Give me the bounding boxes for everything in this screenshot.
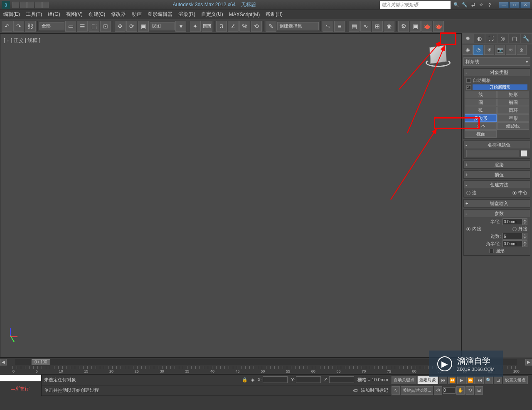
- align-button[interactable]: ≡: [334, 21, 345, 32]
- key-mode-icon[interactable]: ∿: [392, 386, 400, 395]
- create-tab[interactable]: ✹: [462, 33, 473, 44]
- menu-rendering[interactable]: 渲染(R): [178, 11, 195, 18]
- render-button[interactable]: 🫖: [421, 21, 432, 32]
- exchange-icon[interactable]: ⇄: [470, 2, 476, 8]
- selection-filter-dropdown[interactable]: 全部: [39, 22, 64, 30]
- goto-start-button[interactable]: ⏮: [439, 376, 447, 384]
- inscribed-radio[interactable]: [466, 227, 470, 231]
- modify-tab[interactable]: ◐: [473, 33, 485, 44]
- timeline-prev-button[interactable]: ◀: [0, 359, 7, 366]
- corner-radius-spinner[interactable]: ▲▼: [502, 240, 527, 247]
- spacewarps-subtab[interactable]: ※: [517, 45, 527, 55]
- render-production-button[interactable]: 🫖: [433, 21, 444, 32]
- scale-button[interactable]: ▣: [138, 21, 149, 32]
- select-button[interactable]: ▭: [65, 21, 76, 32]
- save-icon[interactable]: [27, 2, 34, 8]
- helpers-subtab[interactable]: ≋: [506, 45, 516, 55]
- menu-help[interactable]: 帮助(H): [266, 11, 283, 18]
- set-key-button[interactable]: 设置关键点: [503, 376, 528, 384]
- geometry-subtab[interactable]: ◉: [463, 45, 473, 55]
- rollout-header[interactable]: -参数: [464, 210, 530, 217]
- key-filters-button[interactable]: 关键点过滤器...: [401, 386, 433, 395]
- goto-end-button[interactable]: ⏭: [475, 376, 484, 384]
- spinner-snap-button[interactable]: ⟲: [251, 21, 262, 32]
- pivot-button[interactable]: ▾: [175, 21, 186, 32]
- select-region-button[interactable]: ⬚: [89, 21, 99, 32]
- y-coord-input[interactable]: [296, 376, 321, 383]
- radius-spinner[interactable]: ▲▼: [502, 218, 527, 225]
- lock-icon[interactable]: 🔒: [242, 377, 248, 383]
- viewport-label[interactable]: [ + ] 正交 | 线框 ]: [4, 37, 40, 44]
- keyboard-shortcut-button[interactable]: ⌨: [202, 21, 212, 32]
- text-button[interactable]: 文本: [465, 122, 497, 130]
- close-button[interactable]: ✕: [520, 2, 530, 8]
- menu-views[interactable]: 视图(V): [66, 11, 83, 18]
- material-editor-button[interactable]: ◉: [384, 21, 394, 32]
- arc-button[interactable]: 弧: [465, 106, 497, 114]
- cameras-subtab[interactable]: 📷: [495, 45, 505, 55]
- rollout-header[interactable]: +插值: [464, 171, 530, 178]
- frame-input[interactable]: [443, 387, 456, 394]
- edge-radio[interactable]: [466, 191, 470, 195]
- play-button[interactable]: ▶: [457, 376, 466, 384]
- menu-create[interactable]: 创建(C): [89, 11, 106, 18]
- rollout-header[interactable]: -名称和颜色: [464, 141, 530, 148]
- max-toggle-button[interactable]: ⊞: [475, 386, 483, 395]
- undo-icon[interactable]: [35, 2, 42, 8]
- zoom-button[interactable]: 🔍: [485, 376, 493, 384]
- lights-subtab[interactable]: ☀: [484, 45, 494, 55]
- circle-button[interactable]: 圆: [465, 99, 497, 106]
- rollout-header[interactable]: +渲染: [464, 161, 530, 168]
- menu-modifiers[interactable]: 修改器: [111, 11, 126, 18]
- pan-button[interactable]: ✋: [456, 386, 465, 395]
- menu-customize[interactable]: 自定义(U): [201, 11, 223, 18]
- timeline-next-button[interactable]: ▶: [525, 359, 532, 366]
- menu-group[interactable]: 组(G): [48, 11, 60, 18]
- time-tag-icon[interactable]: 🏷: [353, 388, 357, 393]
- help-icon[interactable]: ?: [486, 2, 493, 8]
- new-icon[interactable]: [12, 2, 19, 8]
- menu-tools[interactable]: 工具(T): [26, 11, 42, 18]
- shapes-subtab[interactable]: ◔: [473, 45, 483, 55]
- menu-graph-editors[interactable]: 图形编辑器: [148, 11, 172, 18]
- percent-snap-button[interactable]: %: [239, 21, 250, 32]
- redo-icon[interactable]: [42, 2, 49, 8]
- zoom-all-button[interactable]: ⊡: [494, 376, 502, 384]
- ellipse-button[interactable]: 椭圆: [497, 99, 529, 106]
- window-crossing-button[interactable]: ⊡: [100, 21, 111, 32]
- layer-manager-button[interactable]: ▤: [349, 21, 360, 32]
- isolate-icon[interactable]: ◈: [251, 377, 254, 383]
- maximize-button[interactable]: □: [510, 2, 520, 8]
- category-dropdown[interactable]: 样条线▾: [463, 57, 530, 66]
- ref-coord-dropdown[interactable]: 视图: [150, 22, 175, 30]
- curve-editor-button[interactable]: ∿: [360, 21, 371, 32]
- circumscribed-radio[interactable]: [512, 227, 517, 231]
- viewcube[interactable]: [424, 46, 453, 75]
- z-coord-input[interactable]: [329, 376, 354, 383]
- schematic-view-button[interactable]: ⊞: [372, 21, 383, 32]
- display-tab[interactable]: ▢: [509, 33, 520, 44]
- mirror-button[interactable]: ⇋: [323, 21, 333, 32]
- rollout-header[interactable]: -对象类型: [464, 69, 530, 76]
- center-radio[interactable]: [512, 191, 517, 195]
- app-icon[interactable]: 3: [2, 1, 10, 9]
- start-new-shape-button[interactable]: 开始新图形: [473, 84, 527, 90]
- manipulate-button[interactable]: ✦: [190, 21, 201, 32]
- utilities-tab[interactable]: 🔧: [520, 33, 532, 44]
- favorite-icon[interactable]: ☆: [478, 2, 485, 8]
- key-icon[interactable]: 🔧: [461, 2, 468, 8]
- prev-frame-button[interactable]: ⏪: [448, 376, 456, 384]
- move-button[interactable]: ✥: [115, 21, 126, 32]
- object-name-input[interactable]: [466, 150, 519, 157]
- snap-toggle-3-button[interactable]: 3: [216, 21, 227, 32]
- x-coord-input[interactable]: [263, 376, 288, 383]
- menu-maxscript[interactable]: MAXScript(M): [229, 12, 260, 17]
- named-selection-dropdown[interactable]: 创建选择集: [277, 22, 319, 30]
- angle-snap-button[interactable]: ∠: [228, 21, 239, 32]
- selected-dropdown[interactable]: 选定对象: [417, 376, 438, 384]
- viewport[interactable]: [ + ] 正交 | 线框 ]: [0, 33, 461, 358]
- sides-spinner[interactable]: ▲▼: [502, 233, 527, 240]
- menu-edit[interactable]: 编辑(E): [3, 11, 20, 18]
- line-button[interactable]: 线: [465, 91, 497, 98]
- start-new-shape-checkbox[interactable]: [466, 85, 471, 90]
